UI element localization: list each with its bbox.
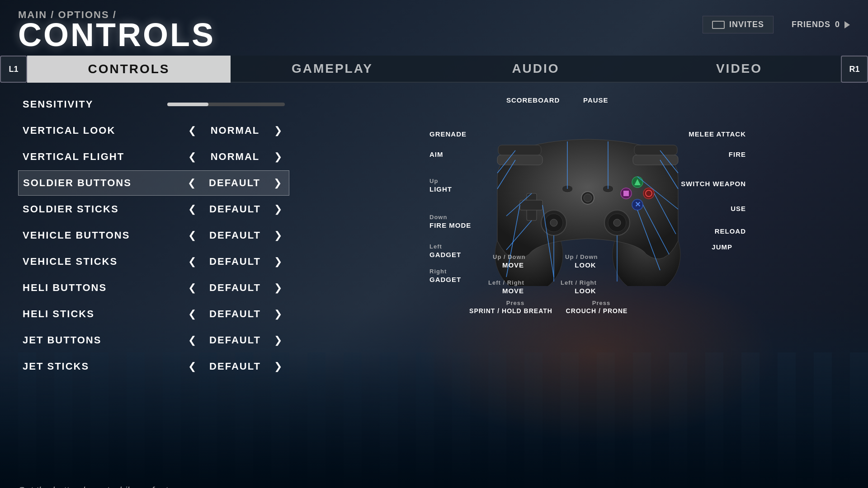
setting-description: Set the button layout while on foot. <box>0 471 868 488</box>
tab-bar: L1 CONTROLS GAMEPLAY AUDIO VIDEO R1 <box>0 56 868 83</box>
friends-count: 0 <box>835 20 840 29</box>
firemode-label: FIRE MODE <box>429 221 471 229</box>
heli-sticks-label: HELI STICKS <box>23 308 185 320</box>
vehicle-sticks-left[interactable] <box>185 255 199 268</box>
left-gadget-label: GADGET <box>429 251 461 258</box>
press-sprint-label: SPRINT / HOLD BREATH <box>459 307 563 314</box>
use-label: USE <box>731 205 746 212</box>
heli-buttons-label: HELI BUTTONS <box>23 282 185 294</box>
soldier-buttons-right[interactable] <box>271 176 284 190</box>
vehicle-buttons-label: VEHICLE BUTTONS <box>23 230 185 241</box>
vertical-look-right[interactable] <box>271 124 285 137</box>
invites-label: INVITES <box>729 20 764 29</box>
header: MAIN / OPTIONS / CONTROLS INVITES FRIEND… <box>0 0 868 51</box>
vehicle-sticks-row: VEHICLE STICKS DEFAULT <box>18 249 289 274</box>
press-crouch-sub-label: Press <box>565 300 637 306</box>
sensitivity-row: SENSITIVITY <box>18 92 289 117</box>
soldier-sticks-value: DEFAULT <box>199 203 271 215</box>
soldier-buttons-left[interactable] <box>185 176 198 190</box>
grenade-label: GRENADE <box>429 130 467 138</box>
svg-point-11 <box>584 194 592 202</box>
tab-gameplay[interactable]: GAMEPLAY <box>231 56 434 83</box>
soldier-sticks-label: SOLDIER STICKS <box>23 203 185 215</box>
vehicle-buttons-row: VEHICLE BUTTONS DEFAULT <box>18 223 289 248</box>
switch-weapon-label: SWITCH WEAPON <box>681 180 746 188</box>
controller-diagram: ✕ <box>429 92 746 309</box>
heli-sticks-value: DEFAULT <box>199 308 271 320</box>
heli-sticks-row: HELI STICKS DEFAULT <box>18 301 289 327</box>
svg-rect-2 <box>497 155 542 165</box>
invites-button[interactable]: INVITES <box>703 16 774 33</box>
svg-rect-3 <box>498 145 541 155</box>
jet-sticks-left[interactable] <box>185 360 199 373</box>
soldier-sticks-left[interactable] <box>185 202 199 216</box>
press-crouch-label: CROUCH / PRONE <box>552 307 642 314</box>
light-label: LIGHT <box>429 185 452 193</box>
right-gadget-label: GADGET <box>429 276 461 283</box>
page-title: CONTROLS <box>18 19 215 51</box>
jet-sticks-row: JET STICKS DEFAULT <box>18 354 289 379</box>
vehicle-sticks-label: VEHICLE STICKS <box>23 256 185 267</box>
sensitivity-slider[interactable] <box>167 103 285 106</box>
up-sub-label: Up <box>429 178 438 184</box>
jet-buttons-left[interactable] <box>185 333 199 347</box>
vertical-flight-left[interactable] <box>185 150 199 164</box>
friends-label: FRIENDS <box>792 20 830 29</box>
right-panel: ✕ <box>307 92 868 471</box>
soldier-buttons-label: SOLDIER BUTTONS <box>23 177 185 189</box>
sensitivity-label: SENSITIVITY <box>23 99 158 110</box>
vertical-look-left[interactable] <box>185 124 199 137</box>
lr-look-label: LOOK <box>565 287 606 295</box>
vehicle-sticks-right[interactable] <box>271 255 285 268</box>
vertical-flight-right[interactable] <box>271 150 285 164</box>
tab-controls[interactable]: CONTROLS <box>27 56 231 83</box>
svg-rect-5 <box>634 145 677 155</box>
scoreboard-label: SCOREBOARD <box>506 96 560 104</box>
vehicle-buttons-right[interactable] <box>271 229 285 242</box>
heli-buttons-left[interactable] <box>185 281 199 295</box>
vehicle-buttons-left[interactable] <box>185 229 199 242</box>
svg-point-22 <box>550 219 557 226</box>
pause-label: PAUSE <box>583 96 609 104</box>
heli-sticks-right[interactable] <box>271 307 285 321</box>
tab-video[interactable]: VIDEO <box>637 56 841 83</box>
svg-rect-7 <box>520 200 542 210</box>
heli-sticks-left[interactable] <box>185 307 199 321</box>
friends-button[interactable]: FRIENDS 0 <box>792 16 850 33</box>
svg-point-25 <box>613 219 621 226</box>
svg-text:✕: ✕ <box>635 201 641 208</box>
soldier-buttons-value: DEFAULT <box>198 177 271 189</box>
lr-move-sub-label: Left / Right <box>488 279 524 286</box>
main-layout: SENSITIVITY VERTICAL LOOK NORMAL VERTICA… <box>0 83 868 471</box>
soldier-sticks-right[interactable] <box>271 202 285 216</box>
vertical-flight-label: VERTICAL FLIGHT <box>23 151 185 163</box>
vertical-look-value: NORMAL <box>199 125 271 136</box>
vertical-look-row: VERTICAL LOOK NORMAL <box>18 118 289 143</box>
soldier-buttons-row[interactable]: SOLDIER BUTTONS DEFAULT <box>18 170 289 196</box>
heli-buttons-right[interactable] <box>271 281 285 295</box>
jet-buttons-right[interactable] <box>271 333 285 347</box>
lr-look-sub-label: Left / Right <box>561 279 597 286</box>
svg-rect-19 <box>623 191 629 196</box>
heli-buttons-value: DEFAULT <box>199 282 271 294</box>
vertical-look-label: VERTICAL LOOK <box>23 125 185 136</box>
lr-move-label: MOVE <box>493 287 533 295</box>
jet-sticks-right[interactable] <box>271 360 285 373</box>
left-panel: SENSITIVITY VERTICAL LOOK NORMAL VERTICA… <box>0 92 307 471</box>
r1-button[interactable]: R1 <box>841 56 868 83</box>
jet-sticks-value: DEFAULT <box>199 361 271 372</box>
jet-sticks-label: JET STICKS <box>23 361 185 372</box>
updown-move-label: MOVE <box>493 261 533 269</box>
vehicle-sticks-value: DEFAULT <box>199 256 271 267</box>
left-gadget-sub-label: Left <box>429 243 442 250</box>
updown-look-sub-label: Up / Down <box>565 253 598 260</box>
vertical-flight-value: NORMAL <box>199 151 271 163</box>
press-sprint-sub-label: Press <box>475 300 556 306</box>
tab-audio[interactable]: AUDIO <box>434 56 637 83</box>
jet-buttons-row: JET BUTTONS DEFAULT <box>18 328 289 353</box>
jet-buttons-label: JET BUTTONS <box>23 334 185 346</box>
l1-button[interactable]: L1 <box>0 56 27 83</box>
updown-move-sub-label: Up / Down <box>493 253 526 260</box>
aim-label: AIM <box>429 150 443 158</box>
updown-look-label: LOOK <box>565 261 606 269</box>
